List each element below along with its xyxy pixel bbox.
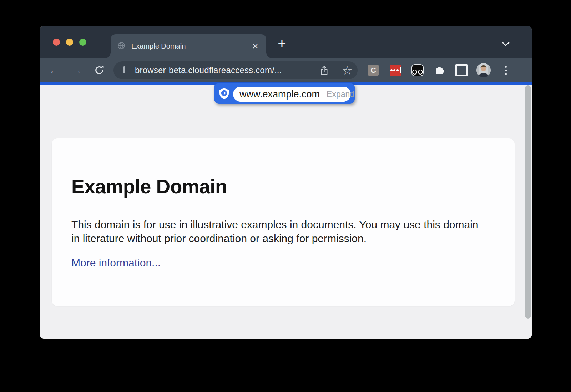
isolated-domain-text: www.example.com: [239, 89, 320, 100]
url-text[interactable]: browser-beta.cloudflareaccess.com/...: [135, 65, 282, 75]
tab-search-chevron-icon[interactable]: [498, 39, 514, 49]
tab-title: Example Domain: [131, 42, 250, 50]
fullscreen-window-button[interactable]: [79, 39, 86, 46]
expand-button[interactable]: Expand: [327, 90, 354, 99]
browser-window: Example Domain ✕ + ← → browser-beta.clou…: [40, 26, 532, 339]
extension-c-icon[interactable]: C: [365, 62, 381, 78]
shield-arrow-icon: [218, 87, 230, 102]
extensions-puzzle-icon[interactable]: [432, 62, 448, 78]
address-bar[interactable]: browser-beta.cloudflareaccess.com/... ☆: [113, 61, 358, 79]
toolbar: ← → browser-beta.cloudflareaccess.com/..…: [40, 58, 532, 82]
example-domain-card: Example Domain This domain is for use in…: [52, 138, 515, 306]
tab-strip: Example Domain ✕ +: [40, 26, 532, 58]
page-title: Example Domain: [71, 175, 482, 198]
close-tab-icon[interactable]: ✕: [250, 41, 261, 51]
page-paragraph: This domain is for use in illustrative e…: [71, 218, 482, 245]
side-panel-icon[interactable]: [454, 62, 469, 78]
share-icon[interactable]: [316, 62, 332, 78]
extension-lastpass-icon[interactable]: [388, 62, 403, 78]
extension-camera-icon[interactable]: [410, 62, 425, 78]
globe-favicon-icon: [117, 41, 126, 51]
lock-icon[interactable]: [123, 67, 129, 73]
desktop: { "browser": { "tab_title": "Example Dom…: [0, 0, 571, 392]
isolation-domain-pill[interactable]: www.example.com Expand: [233, 87, 351, 102]
bookmark-star-icon[interactable]: ☆: [339, 62, 355, 78]
forward-button[interactable]: →: [69, 62, 85, 78]
back-button[interactable]: ←: [46, 62, 62, 78]
tab-example-domain[interactable]: Example Domain ✕: [111, 34, 266, 58]
window-controls: [53, 39, 86, 46]
more-information-link[interactable]: More information...: [71, 257, 161, 269]
page-viewport: www.example.com Expand Example Domain Th…: [40, 85, 532, 339]
close-window-button[interactable]: [53, 39, 60, 46]
new-tab-button[interactable]: +: [274, 36, 290, 51]
reload-button[interactable]: [91, 62, 107, 78]
minimize-window-button[interactable]: [66, 39, 73, 46]
isolation-domain-bubble[interactable]: www.example.com Expand: [214, 83, 355, 104]
profile-avatar[interactable]: [476, 62, 491, 78]
vertical-scrollbar[interactable]: [525, 85, 531, 319]
browser-menu-icon[interactable]: [498, 62, 514, 78]
